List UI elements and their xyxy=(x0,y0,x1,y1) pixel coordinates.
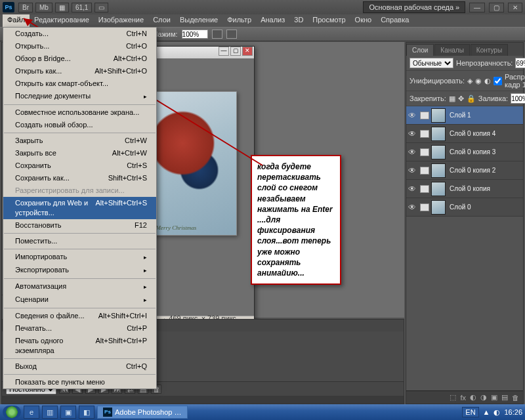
visibility-eye-icon[interactable]: 👁 xyxy=(406,184,418,194)
unify-visibility-icon[interactable]: ◉ xyxy=(475,77,482,85)
menu-item[interactable]: СохранитьCtrl+S xyxy=(3,159,156,172)
bridge-icon[interactable]: Br xyxy=(18,3,33,12)
layer-row[interactable]: 👁Слой 0 копия xyxy=(406,180,523,198)
airbrush-icon[interactable] xyxy=(212,30,222,39)
menu-help[interactable]: Справка xyxy=(376,14,413,27)
visibility-eye-icon[interactable]: 👁 xyxy=(406,166,418,175)
taskbar-photoshop-button[interactable]: Ps Adobe Photoshop … xyxy=(97,406,188,419)
visibility-eye-icon[interactable]: 👁 xyxy=(406,111,418,120)
tray-icon[interactable]: ▲ xyxy=(483,408,490,416)
visibility-eye-icon[interactable]: 👁 xyxy=(406,129,418,138)
layer-row[interactable]: 👁Слой 1 xyxy=(406,106,523,125)
menu-filter[interactable]: Фильтр xyxy=(222,14,256,27)
menu-item[interactable]: Поместить... xyxy=(3,235,156,247)
unify-position-icon[interactable]: ◈ xyxy=(467,77,472,85)
layer-thumbnail[interactable] xyxy=(431,163,446,178)
menu-file[interactable]: Файл xyxy=(3,14,30,27)
layer-checkbox[interactable] xyxy=(420,112,429,119)
menu-3d[interactable]: 3D xyxy=(289,14,308,27)
layer-row[interactable]: 👁Слой 0 xyxy=(406,198,523,217)
menu-item[interactable]: Импортировать xyxy=(3,251,156,264)
layer-fx-icon[interactable]: fx xyxy=(460,394,466,402)
menu-item[interactable]: Открыть как смарт-объект... xyxy=(3,77,156,90)
layer-row[interactable]: 👁Слой 0 копия 3 xyxy=(406,143,523,161)
menu-select[interactable]: Выделение xyxy=(175,14,222,27)
tab-layers[interactable]: Слои xyxy=(406,44,434,56)
menu-item[interactable]: ВосстановитьF12 xyxy=(3,219,156,232)
layer-row[interactable]: 👁Слой 0 копия 4 xyxy=(406,125,523,143)
menu-item[interactable]: Разрегистрировать для записи... xyxy=(3,184,156,197)
trash-icon[interactable]: 🗑 xyxy=(512,394,519,402)
language-indicator[interactable]: EN xyxy=(462,407,478,417)
tab-channels[interactable]: Каналы xyxy=(434,44,470,56)
lock-position-icon[interactable]: ✥ xyxy=(458,94,464,103)
doc-minimize-button[interactable]: — xyxy=(219,47,229,56)
visibility-eye-icon[interactable]: 👁 xyxy=(406,203,418,212)
start-button[interactable] xyxy=(3,406,21,419)
new-layer-icon[interactable]: ▤ xyxy=(501,393,508,402)
clock[interactable]: 16:26 xyxy=(504,408,522,416)
taskbar-app-icon[interactable]: ◧ xyxy=(79,406,94,419)
tray-icon[interactable]: ◐ xyxy=(494,408,500,417)
layer-row[interactable]: 👁Слой 0 копия 2 xyxy=(406,161,523,180)
layer-checkbox[interactable] xyxy=(420,148,429,156)
zoom-value[interactable]: 61,1 xyxy=(72,3,92,12)
taskbar-explorer-icon[interactable]: ▥ xyxy=(42,406,58,419)
minimize-button[interactable]: — xyxy=(469,3,485,12)
layer-thumbnail[interactable] xyxy=(431,182,446,196)
unify-style-icon[interactable]: ◐ xyxy=(484,77,491,85)
tab-paths[interactable]: Контуры xyxy=(471,44,508,56)
layer-thumbnail[interactable] xyxy=(431,145,446,159)
blend-mode-select[interactable]: Обычные xyxy=(410,58,453,68)
menu-item[interactable]: Экспортировать xyxy=(3,264,156,277)
lock-all-icon[interactable]: 🔒 xyxy=(467,94,476,103)
layer-checkbox[interactable] xyxy=(420,167,429,175)
workspace-switcher[interactable]: Основная рабочая среда » xyxy=(363,1,465,13)
menu-item[interactable]: Совместное использование экрана... xyxy=(3,106,156,119)
menu-item[interactable]: Сохранить как...Shift+Ctrl+S xyxy=(3,172,156,184)
layer-opacity-input[interactable] xyxy=(515,58,525,68)
visibility-eye-icon[interactable]: 👁 xyxy=(406,148,418,157)
menu-item[interactable]: ЗакрытьCtrl+W xyxy=(3,135,156,147)
menu-item[interactable]: Последние документы xyxy=(3,90,156,103)
menu-item[interactable]: Сведения о файле...Alt+Shift+Ctrl+I xyxy=(3,310,156,322)
link-layers-icon[interactable]: ⬚ xyxy=(450,393,456,402)
menu-item[interactable]: Сохранить для Web и устройств...Alt+Shif… xyxy=(3,197,156,219)
menu-item[interactable]: Обзор в Bridge...Alt+Ctrl+O xyxy=(3,52,156,65)
menu-window[interactable]: Окно xyxy=(350,14,377,27)
close-button[interactable]: ✕ xyxy=(508,3,522,12)
layer-checkbox[interactable] xyxy=(420,185,429,193)
taskbar-ie-icon[interactable]: e xyxy=(24,406,39,419)
menu-item[interactable]: Закрыть всеAlt+Ctrl+W xyxy=(3,147,156,159)
pressure-size-icon[interactable] xyxy=(226,30,237,39)
menu-item[interactable]: Показать все пункты меню xyxy=(3,376,156,388)
fill-input[interactable] xyxy=(511,93,525,104)
group-icon[interactable]: ▣ xyxy=(491,393,497,402)
menu-item[interactable]: Автоматизация xyxy=(3,280,156,293)
animation-scrollbar[interactable] xyxy=(2,396,404,404)
layer-thumbnail[interactable] xyxy=(431,127,446,141)
flow-input[interactable] xyxy=(182,30,208,39)
propagate-checkbox[interactable] xyxy=(494,77,502,85)
menu-item[interactable]: Открыть...Ctrl+O xyxy=(3,40,156,52)
lock-pixels-icon[interactable]: ▦ xyxy=(449,94,455,103)
doc-maximize-button[interactable]: ▢ xyxy=(230,47,241,56)
menu-edit[interactable]: Редактирование xyxy=(30,14,94,27)
taskbar-media-icon[interactable]: ▣ xyxy=(60,406,76,419)
menu-image[interactable]: Изображение xyxy=(94,14,148,27)
menu-item[interactable]: ВыходCtrl+Q xyxy=(3,360,156,373)
mini-bridge-icon[interactable]: Mb xyxy=(35,3,52,12)
menu-analysis[interactable]: Анализ xyxy=(256,14,289,27)
adjustment-layer-icon[interactable]: ◑ xyxy=(480,393,487,402)
menu-item[interactable]: Печать одного экземпляраAlt+Shift+Ctrl+P xyxy=(3,335,156,357)
menu-item[interactable]: Печатать...Ctrl+P xyxy=(3,322,156,335)
layer-thumbnail[interactable] xyxy=(431,108,446,123)
screen-mode-icon[interactable]: ▭ xyxy=(94,3,108,12)
doc-close-button[interactable]: ✕ xyxy=(242,47,253,56)
menu-item[interactable]: Сценарии xyxy=(3,293,156,306)
menu-item[interactable]: Создать новый обзор... xyxy=(3,119,156,131)
main-menubar[interactable]: Файл Редактирование Изображение Слои Выд… xyxy=(0,14,525,27)
menu-item[interactable]: Создать...Ctrl+N xyxy=(3,28,156,40)
canvas-image[interactable] xyxy=(145,91,237,236)
menu-item[interactable]: Открыть как...Alt+Shift+Ctrl+O xyxy=(3,65,156,77)
